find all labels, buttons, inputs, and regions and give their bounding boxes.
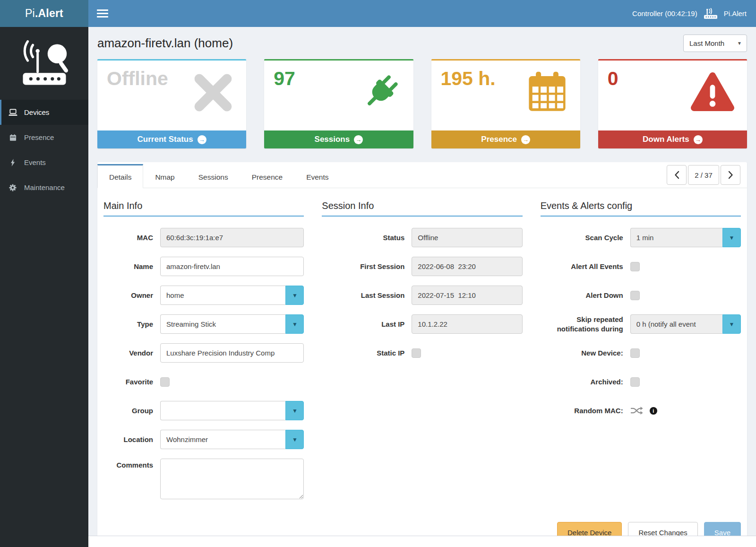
scan-cycle-label: Scan Cycle [541, 233, 630, 243]
device-panel: Details Nmap Sessions Presence Events 2 … [97, 162, 747, 547]
app-logo [0, 27, 88, 100]
skip-repeated-label: Skip repeated notifications during [541, 315, 630, 333]
location-dropdown-button[interactable]: ▼ [285, 430, 304, 449]
field-skip-repeated: Skip repeated notifications during ▼ [541, 314, 741, 334]
new-device-label: New Device: [541, 348, 630, 358]
group-input[interactable] [160, 401, 285, 420]
chevron-down-icon: ▼ [729, 234, 735, 241]
scan-cycle-dropdown-button[interactable]: ▼ [722, 228, 741, 247]
brand-suffix: .Alert [35, 7, 63, 20]
bolt-icon [8, 159, 18, 166]
type-input[interactable] [160, 314, 285, 334]
favorite-label: Favorite [103, 377, 160, 387]
group-dropdown-button[interactable]: ▼ [285, 401, 304, 420]
field-comments: Comments [103, 459, 304, 499]
sidebar-item-devices[interactable]: Devices [0, 100, 88, 125]
location-input[interactable] [160, 430, 285, 449]
next-device-button[interactable] [721, 165, 740, 185]
down-alerts-link[interactable]: Down Alerts → [598, 130, 747, 148]
first-session-label: First Session [322, 262, 412, 271]
field-random-mac: Random MAC: [541, 401, 741, 420]
mac-label: MAC [103, 233, 160, 243]
device-pagination: 2 / 37 [688, 165, 719, 185]
tab-events[interactable]: Events [294, 164, 340, 188]
name-input[interactable] [160, 257, 304, 276]
current-status-link[interactable]: Current Status → [97, 130, 246, 148]
comments-textarea[interactable] [160, 459, 304, 499]
scan-cycle-input [630, 228, 722, 247]
x-icon [191, 71, 235, 116]
skip-repeated-dropdown-button[interactable]: ▼ [722, 314, 741, 334]
static-ip-checkbox[interactable] [412, 348, 421, 358]
last-session-input [412, 286, 522, 305]
sidebar-item-events[interactable]: Events [0, 150, 88, 175]
last-ip-label: Last IP [322, 320, 412, 329]
sidebar: Devices Presence Events [0, 27, 88, 547]
status-input [412, 228, 522, 247]
info-icon[interactable]: i [650, 407, 657, 415]
sidebar-item-presence[interactable]: Presence [0, 125, 88, 150]
card-down-alerts: 0 Down Alerts → [598, 59, 747, 148]
card-presence: 195 h. Presence → [431, 59, 580, 148]
sidebar-item-maintenance[interactable]: Maintenance [0, 175, 88, 200]
type-dropdown-button[interactable]: ▼ [285, 314, 304, 334]
alert-all-events-label: Alert All Events [541, 262, 630, 271]
gear-icon [8, 184, 18, 191]
chevron-down-icon: ▼ [292, 408, 298, 414]
field-alert-all-events: Alert All Events [541, 257, 741, 276]
tab-details[interactable]: Details [97, 164, 143, 188]
tab-sessions[interactable]: Sessions [187, 164, 240, 188]
vendor-label: Vendor [103, 348, 160, 358]
arrow-circle-icon: → [198, 135, 206, 144]
period-select[interactable]: Last Month ▼ [683, 35, 747, 52]
field-static-ip: Static IP [322, 343, 522, 363]
sidebar-toggle-button[interactable] [97, 9, 108, 17]
chevron-down-icon: ▼ [729, 321, 735, 328]
controller-status: Controller (00:42:19) [632, 9, 697, 17]
chevron-down-icon: ▼ [292, 436, 298, 443]
arrow-circle-icon: → [521, 135, 530, 144]
page-title: amazon-firetv.lan (home) [97, 36, 233, 51]
sessions-link[interactable]: Sessions → [264, 130, 413, 148]
field-scan-cycle: Scan Cycle ▼ [541, 228, 741, 247]
brand-logo[interactable]: Pi.Alert [0, 0, 88, 27]
prev-device-button[interactable] [667, 165, 687, 185]
card-footer-label: Current Status [137, 135, 193, 144]
tab-nmap[interactable]: Nmap [143, 164, 186, 188]
period-select-value: Last Month [689, 39, 724, 47]
comments-label: Comments [103, 459, 160, 470]
chevron-down-icon: ▼ [737, 41, 742, 46]
location-label: Location [103, 435, 160, 444]
field-vendor: Vendor [103, 343, 304, 363]
archived-checkbox[interactable] [630, 377, 640, 387]
status-label: Status [322, 233, 412, 243]
alert-all-events-checkbox[interactable] [630, 262, 640, 271]
warning-triangle-icon [689, 71, 736, 115]
owner-dropdown-button[interactable]: ▼ [285, 286, 304, 305]
owner-input[interactable] [160, 286, 285, 305]
archived-label: Archived: [541, 377, 630, 387]
events-alerts-section: Events & Alerts config Scan Cycle ▼ Aler… [541, 200, 741, 509]
tab-bar: Details Nmap Sessions Presence Events [97, 164, 341, 188]
favorite-checkbox[interactable] [160, 377, 170, 387]
skip-repeated-input [630, 314, 722, 334]
vendor-input[interactable] [160, 343, 304, 363]
page-footer [88, 536, 756, 547]
last-ip-input [412, 314, 522, 334]
field-archived: Archived: [541, 372, 741, 391]
section-title: Main Info [103, 200, 304, 217]
alert-down-label: Alert Down [541, 291, 630, 300]
field-group: Group ▼ [103, 401, 304, 420]
brand-prefix: Pi [25, 7, 35, 20]
new-device-checkbox[interactable] [630, 348, 640, 358]
presence-link[interactable]: Presence → [431, 130, 580, 148]
shuffle-icon [630, 406, 643, 415]
card-footer-label: Down Alerts [643, 135, 689, 144]
section-title: Session Info [322, 200, 522, 217]
alert-down-checkbox[interactable] [630, 291, 640, 300]
first-session-input [412, 257, 522, 276]
field-mac: MAC [103, 228, 304, 247]
arrow-circle-icon: → [694, 135, 703, 144]
card-current-status: Offline Current Status → [97, 59, 246, 148]
tab-presence[interactable]: Presence [240, 164, 294, 188]
